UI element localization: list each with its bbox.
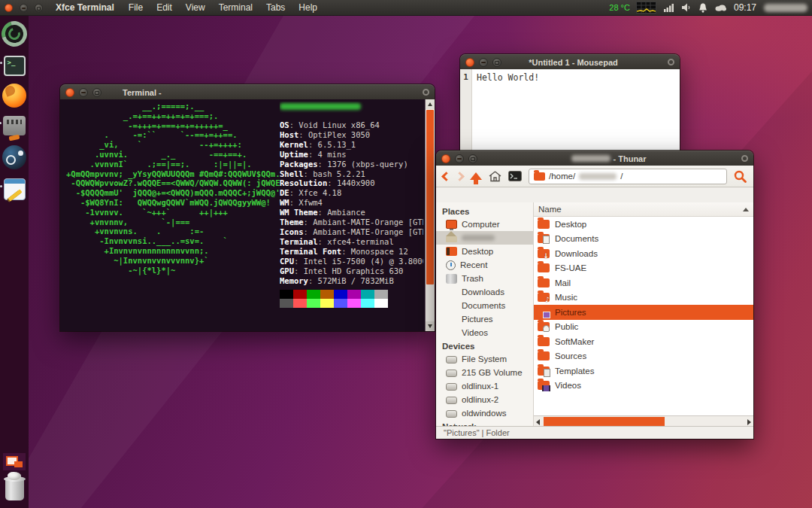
system-monitor-graph-icon[interactable]	[636, 2, 656, 14]
file-row[interactable]: Public	[534, 320, 753, 335]
menu-item[interactable]: Terminal	[212, 1, 259, 14]
dock-steam[interactable]	[2, 135, 26, 169]
notification-bell-icon[interactable]	[698, 3, 707, 13]
drive-icon	[446, 383, 457, 391]
dock-terminal[interactable]: >_	[4, 47, 26, 76]
terminal-color-palette	[280, 290, 388, 308]
neofetch-info-line: Terminalxfce4-terminal	[280, 237, 423, 247]
file-row[interactable]: Templates	[534, 364, 753, 379]
sidebar-place-item[interactable]: Recent	[436, 258, 533, 272]
palette-swatch	[293, 290, 307, 299]
scrollbar-thumb[interactable]	[544, 417, 665, 426]
window-title: Terminal -	[123, 88, 162, 97]
file-row[interactable]: Downloads	[534, 246, 753, 261]
minimize-button[interactable]	[479, 58, 488, 67]
maximize-button[interactable]	[492, 58, 501, 67]
dock-app-menu[interactable]	[2, 16, 27, 47]
mousepad-icon	[4, 178, 26, 200]
neofetch-info-line: Resolution1440x900	[280, 178, 423, 188]
window-menu-icon[interactable]	[423, 89, 429, 96]
minimize-button[interactable]	[79, 88, 88, 97]
sidebar-device-item[interactable]: oldlinux-1	[436, 379, 533, 393]
close-button[interactable]	[65, 88, 74, 97]
panel-clock[interactable]: 09:17	[734, 2, 756, 13]
window-menu-icon[interactable]	[668, 59, 674, 65]
running-indicator-dot	[0, 185, 2, 187]
sidebar-place-item[interactable]: Pictures	[436, 312, 533, 326]
terminal-content[interactable]: __.;=====;.__ _.=+==++=++=+=+===;. -=+++…	[60, 99, 435, 331]
status-bar: "Pictures" | Folder	[436, 426, 753, 439]
temperature-indicator[interactable]: 28 °C	[609, 3, 630, 12]
open-terminal-button[interactable]	[508, 171, 522, 181]
file-row[interactable]: Pictures	[534, 305, 753, 320]
username-redacted[interactable]	[764, 4, 807, 12]
scroll-up-icon[interactable]	[426, 99, 435, 109]
name-column-header[interactable]: Name	[534, 202, 753, 217]
terminal-window: Terminal - __.;=====;.__ _.=+==++=++=+=+…	[60, 84, 435, 331]
sidebar-place-item[interactable]: Trash	[436, 272, 533, 285]
up-button[interactable]	[470, 172, 482, 180]
trash-icon[interactable]	[5, 478, 24, 500]
workspace-switcher[interactable]	[6, 456, 23, 467]
sidebar-device-item[interactable]: oldlinux-2	[436, 393, 533, 406]
sidebar-place-item[interactable]: Documents	[436, 299, 533, 312]
neofetch-info-line: GPUIntel HD Graphics 630	[280, 266, 423, 276]
folder-icon	[538, 249, 550, 258]
menu-item[interactable]: Help	[292, 1, 324, 14]
minimize-button[interactable]	[455, 154, 464, 163]
file-row[interactable]: FS-UAE	[534, 261, 753, 276]
maximize-button[interactable]	[92, 88, 102, 97]
home-button[interactable]	[489, 171, 501, 182]
sidebar-place-item[interactable]: Desktop	[436, 245, 533, 258]
sidebar-device-item[interactable]: File System	[436, 352, 533, 366]
weather-cloud-icon[interactable]	[715, 4, 726, 11]
scroll-down-icon[interactable]	[426, 321, 435, 331]
thunar-titlebar[interactable]: - Thunar	[436, 151, 753, 166]
scrollbar-thumb[interactable]	[426, 110, 434, 284]
back-button[interactable]	[443, 173, 450, 180]
forward-button[interactable]	[456, 173, 463, 180]
palette-swatch	[320, 299, 334, 308]
menu-item[interactable]: View	[179, 1, 212, 14]
dock-mousepad[interactable]	[4, 169, 26, 200]
terminal-scrollbar[interactable]	[425, 99, 435, 331]
text-editor-area[interactable]: Hello World!	[472, 69, 544, 152]
running-indicator-dot	[0, 62, 2, 64]
file-row[interactable]: Videos	[534, 379, 753, 394]
top-panel: Xfce Terminal FileEditViewTerminalTabsHe…	[0, 0, 812, 16]
sidebar-place-item[interactable]	[436, 231, 533, 245]
file-row[interactable]: Desktop	[534, 217, 753, 232]
maximize-button[interactable]	[468, 154, 477, 163]
menu-item[interactable]: File	[122, 1, 150, 14]
dock-firefox[interactable]	[2, 76, 26, 108]
panel-close-button[interactable]	[5, 4, 13, 12]
neofetch-info-line: DEXfce 4.18	[280, 188, 423, 198]
close-button[interactable]	[441, 154, 450, 163]
scroll-right-icon[interactable]	[744, 417, 753, 426]
dock-utility-app[interactable]	[3, 108, 26, 135]
file-row[interactable]: Sources	[534, 349, 753, 364]
sidebar-device-item[interactable]: 215 GB Volume	[436, 366, 533, 379]
scroll-left-icon[interactable]	[534, 417, 543, 426]
file-row[interactable]: Music	[534, 291, 753, 306]
window-menu-icon[interactable]	[741, 155, 748, 162]
file-row[interactable]: SoftMaker	[534, 334, 753, 349]
sidebar-device-item[interactable]: oldwindows	[436, 406, 533, 420]
terminal-titlebar[interactable]: Terminal -	[60, 84, 435, 99]
panel-maximize-button[interactable]	[35, 4, 43, 12]
close-button[interactable]	[465, 58, 474, 67]
volume-icon[interactable]	[682, 3, 691, 12]
panel-minimize-button[interactable]	[20, 4, 28, 12]
location-bar[interactable]: /home/ /	[529, 169, 727, 184]
file-row[interactable]: Documents	[534, 232, 753, 247]
mousepad-titlebar[interactable]: *Untitled 1 - Mousepad	[460, 54, 680, 69]
horizontal-scrollbar[interactable]	[534, 415, 753, 426]
search-button[interactable]	[734, 170, 747, 183]
menu-item[interactable]: Tabs	[259, 1, 292, 14]
menu-item[interactable]: Edit	[150, 1, 179, 14]
sidebar-place-item[interactable]: Videos	[436, 326, 533, 339]
file-row[interactable]: Mail	[534, 275, 753, 291]
network-signal-icon[interactable]	[664, 3, 674, 12]
sidebar-place-item[interactable]: Downloads	[436, 285, 533, 299]
sidebar-place-item[interactable]: Computer	[436, 217, 533, 231]
